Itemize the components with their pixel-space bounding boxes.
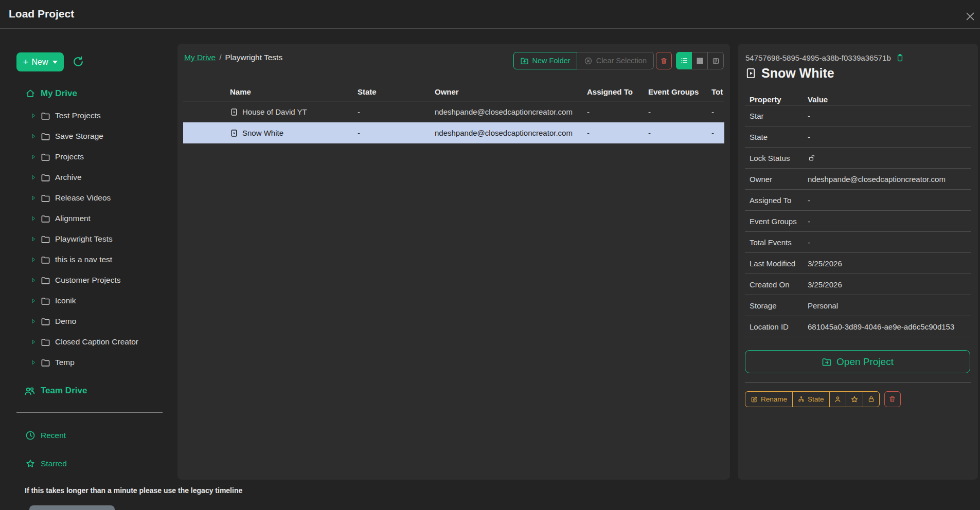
delete-button[interactable]	[656, 52, 672, 69]
clear-selection-button[interactable]: Clear Selection	[577, 52, 654, 69]
property-row: Total Events -	[745, 232, 971, 253]
legacy-timeline-button[interactable]	[29, 505, 115, 510]
sidebar-folder-item[interactable]: Temp	[31, 352, 175, 373]
breadcrumb-root-link[interactable]: My Drive	[184, 53, 216, 62]
folder-icon	[41, 111, 50, 121]
folder-icon	[41, 234, 50, 244]
column-header-name[interactable]: Name	[183, 87, 358, 96]
star-project-button[interactable]	[846, 391, 863, 407]
close-button[interactable]	[963, 9, 978, 24]
sidebar-folder-item[interactable]: Playwright Tests	[31, 229, 175, 249]
sidebar-folder-item[interactable]: Alignment	[31, 208, 175, 229]
plus-icon: +	[23, 57, 28, 67]
sidebar-folder-item[interactable]: Test Projects	[31, 105, 175, 126]
team-icon	[24, 385, 35, 397]
sidebar-item-starred[interactable]: Starred	[25, 456, 67, 472]
expand-chevron-icon[interactable]	[31, 154, 36, 159]
column-header-assigned-to[interactable]: Assigned To	[587, 87, 648, 96]
open-folder-icon	[822, 357, 832, 367]
breadcrumb-separator: /	[219, 53, 221, 62]
rename-button[interactable]: Rename	[745, 391, 793, 407]
sidebar-folder-item[interactable]: Save Storage	[31, 126, 175, 147]
property-row: Lock Status	[745, 148, 971, 169]
row-event-groups: -	[648, 107, 711, 116]
open-project-button[interactable]: Open Project	[745, 350, 970, 373]
sidebar-folder-item[interactable]: Archive	[31, 167, 175, 188]
expand-chevron-icon[interactable]	[31, 195, 36, 201]
table-row[interactable]: Snow White - ndeshpande@closedcaptioncre…	[183, 122, 724, 143]
sidebar-item-recent[interactable]: Recent	[25, 427, 66, 444]
column-view-button[interactable]	[708, 52, 724, 69]
grid-view-button[interactable]	[692, 52, 708, 69]
trash-icon	[888, 395, 896, 403]
project-file-icon	[230, 108, 238, 116]
sidebar-folder-item[interactable]: this is a nav test	[31, 249, 175, 270]
folder-icon	[41, 132, 50, 141]
details-divider	[745, 383, 971, 383]
sidebar-item-my-drive[interactable]: My Drive	[25, 85, 77, 102]
property-label: Assigned To	[750, 196, 808, 205]
expand-chevron-icon[interactable]	[31, 339, 36, 344]
expand-chevron-icon[interactable]	[31, 319, 36, 324]
property-row: Star -	[745, 105, 971, 126]
sidebar-folder-item[interactable]: Release Videos	[31, 188, 175, 208]
person-icon	[834, 395, 842, 403]
new-folder-button[interactable]: New Folder	[513, 52, 577, 69]
column-header-total[interactable]: Tot	[711, 87, 724, 96]
table-row[interactable]: House of David YT - ndeshpande@closedcap…	[183, 101, 724, 122]
clock-icon	[25, 430, 35, 441]
expand-chevron-icon[interactable]	[31, 298, 36, 303]
sidebar-folder-item[interactable]: Iconik	[31, 290, 175, 311]
sidebar-item-team-drive[interactable]: Team Drive	[24, 383, 87, 399]
folder-icon	[41, 173, 50, 183]
lock-icon	[867, 395, 875, 403]
copy-id-button[interactable]	[896, 53, 904, 62]
property-label: Storage	[750, 301, 808, 310]
expand-chevron-icon[interactable]	[31, 278, 36, 283]
delete-project-button[interactable]	[884, 391, 901, 407]
column-header-state[interactable]: State	[358, 87, 435, 96]
project-table: Name State Owner Assigned To Event Group…	[183, 82, 724, 143]
assign-user-button[interactable]	[829, 391, 846, 407]
table-body: House of David YT - ndeshpande@closedcap…	[183, 101, 724, 143]
expand-chevron-icon[interactable]	[31, 216, 36, 221]
row-name: Snow White	[242, 129, 283, 137]
expand-chevron-icon[interactable]	[31, 360, 36, 365]
property-row: State -	[745, 126, 971, 148]
column-header-event-groups[interactable]: Event Groups	[648, 87, 711, 96]
breadcrumb-current: Playwright Tests	[225, 53, 282, 62]
lock-project-button[interactable]	[863, 391, 880, 407]
folder-icon	[41, 317, 50, 326]
refresh-icon	[72, 55, 85, 68]
sidebar-folder-item[interactable]: Customer Projects	[31, 270, 175, 290]
expand-chevron-icon[interactable]	[31, 175, 36, 180]
expand-chevron-icon[interactable]	[31, 134, 36, 139]
expand-chevron-icon[interactable]	[31, 257, 36, 262]
clipboard-icon	[896, 53, 904, 62]
state-button[interactable]: State	[792, 391, 830, 407]
property-row: Storage Personal	[745, 295, 971, 316]
folder-label: Alignment	[55, 214, 91, 223]
sidebar-folder-item[interactable]: Projects	[31, 147, 175, 167]
list-view-button[interactable]	[676, 52, 692, 69]
chevron-down-icon	[52, 61, 58, 64]
trash-icon	[660, 57, 668, 65]
sidebar-divider	[16, 412, 163, 413]
property-label: Star	[750, 112, 808, 120]
sidebar-folder-item[interactable]: Demo	[31, 311, 175, 332]
star-icon	[850, 395, 859, 404]
column-view-icon	[712, 57, 720, 65]
folder-plus-icon	[520, 57, 529, 65]
sidebar-folder-item[interactable]: Closed Caption Creator	[31, 332, 175, 352]
expand-chevron-icon[interactable]	[31, 236, 36, 242]
property-value: Personal	[808, 301, 838, 310]
folder-icon	[41, 296, 50, 306]
folder-icon	[41, 193, 50, 203]
refresh-button[interactable]	[72, 54, 86, 69]
new-button[interactable]: + New	[16, 52, 64, 71]
star-icon	[25, 459, 35, 469]
expand-chevron-icon[interactable]	[31, 113, 36, 118]
property-value: -	[808, 196, 810, 205]
property-value: -	[808, 112, 810, 120]
column-header-owner[interactable]: Owner	[435, 87, 587, 96]
